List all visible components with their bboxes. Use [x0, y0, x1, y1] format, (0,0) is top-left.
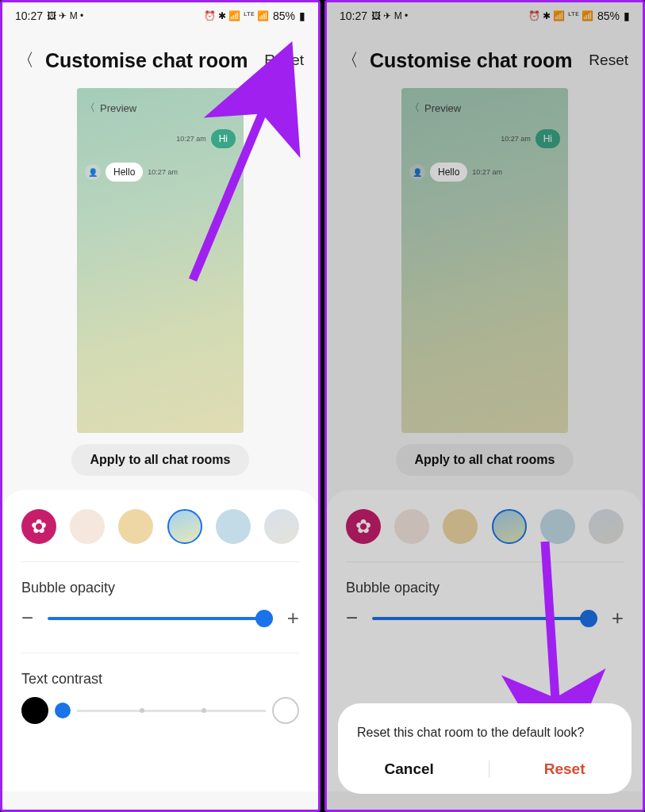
swatch-flower[interactable]: ✿ — [21, 509, 56, 544]
preview-label: Preview — [100, 102, 136, 114]
status-battery: 85% — [597, 10, 620, 22]
status-bar: 10:27 🖼 ✈ M • ⏰ ✱ 📶 ᴸᵀᴱ 📶 85% ▮ — [2, 2, 318, 29]
swatch-3[interactable] — [443, 509, 478, 544]
preview-back-icon: 〈 — [409, 101, 420, 115]
opacity-slider[interactable] — [48, 617, 273, 620]
preview-box: 〈 Preview 10:27 am Hi 👤 Hello 10:27 am — [401, 88, 568, 433]
status-notif-icons: 🖼 ✈ M • — [371, 10, 408, 21]
swatch-3[interactable] — [118, 509, 153, 544]
swatch-2[interactable] — [70, 509, 105, 544]
reset-dialog: Reset this chat room to the default look… — [338, 703, 632, 794]
swatch-5[interactable] — [216, 509, 251, 544]
phone-right: 10:27 🖼 ✈ M • ⏰ ✱ 📶 ᴸᵀᴱ 📶 85% ▮ 〈 Custom… — [324, 0, 645, 812]
battery-icon: ▮ — [624, 10, 630, 22]
status-time: 10:27 — [15, 10, 43, 22]
message-hi: Hi — [536, 129, 560, 148]
status-time: 10:27 — [340, 10, 367, 22]
annotation-arrow — [161, 74, 304, 299]
dialog-separator — [489, 760, 490, 778]
status-notif-icons: 🖼 ✈ M • — [47, 10, 83, 21]
dialog-message: Reset this chat room to the default look… — [357, 726, 612, 740]
timestamp: 10:27 am — [472, 168, 502, 176]
opacity-label: Bubble opacity — [21, 580, 299, 596]
opacity-plus[interactable]: + — [612, 606, 624, 630]
page-title: Customise chat room — [45, 49, 253, 72]
back-icon[interactable]: 〈 — [341, 48, 359, 72]
reset-button[interactable]: Reset — [264, 52, 304, 69]
contrast-min-icon — [21, 697, 48, 724]
swatch-4-selected[interactable] — [167, 509, 202, 544]
status-sys-icons: ⏰ ✱ 📶 ᴸᵀᴱ 📶 — [528, 10, 593, 21]
opacity-plus[interactable]: + — [287, 606, 299, 630]
message-hello: Hello — [430, 163, 467, 182]
phone-left: 10:27 🖼 ✈ M • ⏰ ✱ 📶 ᴸᵀᴱ 📶 85% ▮ 〈 Custom… — [0, 0, 321, 812]
battery-icon: ▮ — [299, 10, 305, 22]
preview-back-icon: 〈 — [85, 101, 95, 115]
apply-all-button[interactable]: Apply to all chat rooms — [71, 444, 250, 476]
apply-all-button[interactable]: Apply to all chat rooms — [396, 444, 574, 476]
status-bar: 10:27 🖼 ✈ M • ⏰ ✱ 📶 ᴸᵀᴱ 📶 85% ▮ — [327, 2, 643, 29]
preview-label: Preview — [424, 102, 461, 114]
contrast-label: Text contrast — [21, 671, 299, 688]
opacity-minus[interactable]: − — [21, 606, 33, 630]
swatch-2[interactable] — [394, 509, 429, 544]
avatar-icon: 👤 — [85, 164, 101, 180]
contrast-thumb[interactable] — [55, 703, 71, 718]
svg-line-1 — [545, 542, 557, 724]
avatar-icon: 👤 — [409, 164, 425, 180]
cancel-button[interactable]: Cancel — [384, 760, 433, 778]
page-title: Customise chat room — [370, 49, 578, 72]
opacity-minus[interactable]: − — [346, 606, 358, 630]
reset-button[interactable]: Reset — [589, 52, 628, 69]
status-sys-icons: ⏰ ✱ 📶 ᴸᵀᴱ 📶 — [204, 10, 269, 21]
svg-line-0 — [193, 90, 272, 280]
bottom-panel: ✿ Bubble opacity − + Text contrast — [2, 490, 318, 791]
message-hello: Hello — [106, 163, 143, 182]
confirm-reset-button[interactable]: Reset — [544, 760, 585, 778]
status-battery: 85% — [273, 10, 295, 22]
swatch-flower[interactable]: ✿ — [346, 509, 381, 544]
swatch-6[interactable] — [264, 509, 299, 544]
timestamp: 10:27 am — [501, 135, 531, 143]
contrast-max-icon — [272, 697, 299, 724]
contrast-slider[interactable] — [77, 710, 266, 712]
back-icon[interactable]: 〈 — [17, 48, 34, 72]
